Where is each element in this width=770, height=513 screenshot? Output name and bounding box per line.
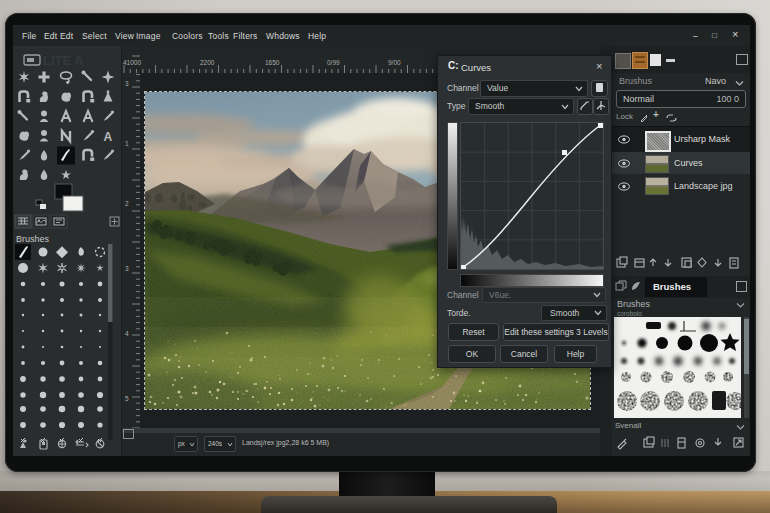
svg-text:9/00: 9/00 xyxy=(388,59,401,66)
svg-text:0/99: 0/99 xyxy=(327,59,340,66)
svg-text:41000: 41000 xyxy=(123,59,141,66)
svg-text:LITE A: LITE A xyxy=(43,53,84,68)
svg-text:1: 1 xyxy=(125,140,129,147)
svg-text:3: 3 xyxy=(125,80,129,87)
svg-text:5: 5 xyxy=(125,395,129,402)
svg-text:3: 3 xyxy=(125,265,129,272)
svg-text:2200: 2200 xyxy=(200,59,215,66)
svg-text:Brushes: Brushes xyxy=(16,234,50,244)
svg-text:A: A xyxy=(104,130,113,144)
svg-text:4: 4 xyxy=(125,330,129,337)
svg-text:1650: 1650 xyxy=(265,59,280,66)
svg-text:2: 2 xyxy=(125,200,129,207)
